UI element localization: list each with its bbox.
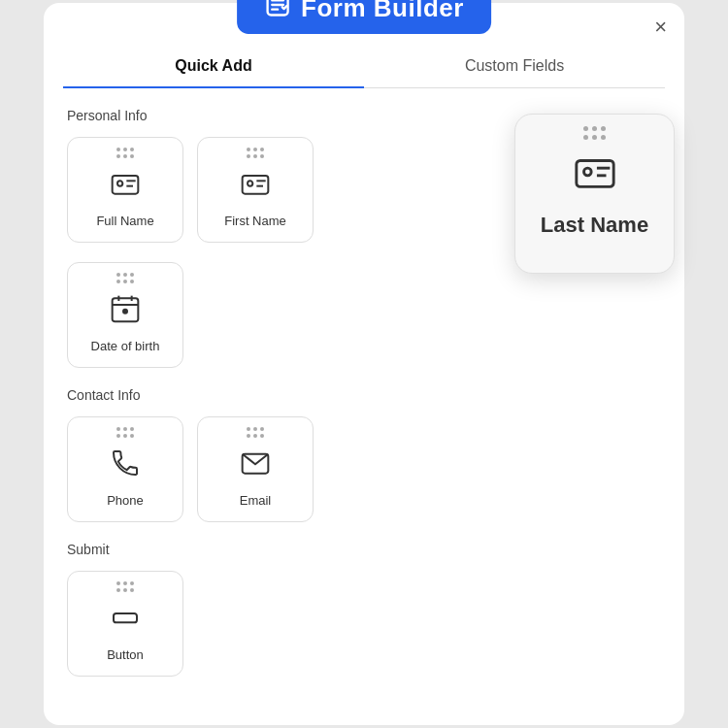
section-contact-info: Contact Info Phone [67,387,661,522]
svg-point-20 [123,310,127,314]
close-button[interactable]: × [654,17,667,38]
svg-point-13 [583,168,591,176]
drag-handle-email [247,427,264,438]
section-label-submit: Submit [67,542,661,557]
svg-rect-22 [114,613,137,622]
svg-rect-12 [576,161,612,187]
drag-handle-first-name [247,148,264,158]
id-card-icon-last-name [573,149,617,203]
svg-point-9 [248,181,252,185]
field-label-dob: Date of birth [91,339,160,353]
section-label-contact-info: Contact Info [67,387,661,403]
field-label-button: Button [107,647,144,662]
field-label-first-name: First Name [224,214,286,228]
id-card-icon-first-name [240,168,271,206]
header-title: Form Builder [301,0,464,23]
svg-rect-4 [113,176,139,194]
contact-fields-row: Phone Email [67,416,661,522]
field-card-email[interactable]: Email [197,416,314,522]
id-card-icon-full-name [110,168,141,206]
tabs-container: Quick Add Custom Fields [63,46,665,88]
section-personal-info: Personal Info [67,108,661,243]
field-card-last-name[interactable]: Last Name [514,114,675,274]
personal-info-fields-row: Full Name [67,137,661,243]
drag-handle-button [116,581,134,592]
drag-handle-last-name [583,126,606,140]
field-label-last-name: Last Name [541,213,648,238]
svg-point-5 [117,181,122,185]
tab-custom-fields[interactable]: Custom Fields [364,46,665,88]
phone-icon [110,447,141,485]
field-label-email: Email [240,493,272,508]
field-card-phone[interactable]: Phone [67,416,183,522]
field-label-phone: Phone [107,493,144,508]
svg-rect-8 [243,176,269,194]
drag-handle-dob [116,273,134,283]
form-builder-icon [264,0,291,24]
header-bar: Form Builder [237,0,491,34]
dob-fields-row: Date of birth [67,262,661,368]
section-dob: Date of birth [67,262,661,368]
button-icon [110,602,141,640]
field-card-full-name[interactable]: Full Name [67,137,183,243]
field-card-first-name[interactable]: First Name [197,137,314,243]
calendar-icon-dob [110,293,141,331]
tab-quick-add[interactable]: Quick Add [63,46,364,88]
field-card-button[interactable]: Button [67,571,183,677]
drag-handle-full-name [116,148,134,158]
email-icon [240,447,271,485]
field-label-full-name: Full Name [96,214,153,228]
modal-container: Form Builder × Quick Add Custom Fields P… [44,3,684,725]
submit-fields-row: Button [67,571,661,677]
drag-handle-phone [116,427,134,438]
main-content: Personal Info [44,88,684,725]
section-submit: Submit Button [67,542,661,677]
field-card-dob[interactable]: Date of birth [67,262,183,368]
